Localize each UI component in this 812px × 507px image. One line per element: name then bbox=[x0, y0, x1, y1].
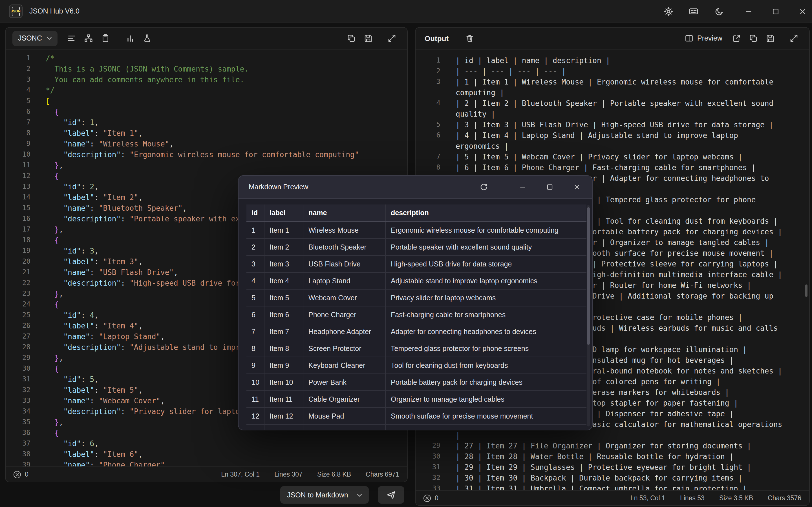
line-number: 28 bbox=[6, 342, 31, 353]
table-row: 7Item 7Headphone AdapterAdapter for conn… bbox=[246, 323, 587, 340]
language-selector[interactable]: JSONC bbox=[12, 31, 58, 46]
line-number: 39 bbox=[6, 460, 31, 467]
save-icon[interactable] bbox=[360, 31, 377, 46]
code-line: 31| 29 | Item 29 | Sunglasses | Protecti… bbox=[416, 462, 809, 473]
line-number: 18 bbox=[6, 235, 31, 245]
line-number: 12 bbox=[6, 171, 31, 181]
output-status-bar: 0 Ln 53, Col 1 Lines 53 Size 3.5 KB Char… bbox=[416, 490, 809, 505]
table-cell: 8 bbox=[246, 344, 264, 352]
line-number: 32 bbox=[6, 385, 31, 395]
keyboard-icon[interactable] bbox=[689, 6, 699, 16]
error-indicator: 0 bbox=[13, 471, 29, 478]
table-cell: 5 bbox=[246, 294, 264, 302]
table-cell: 10 bbox=[246, 378, 264, 386]
modal-scrollbar[interactable] bbox=[587, 205, 590, 427]
line-number: 7 bbox=[416, 152, 441, 162]
code-line: 38 "label": "Item 6", bbox=[6, 449, 407, 460]
table-row: 1Item 1Wireless MouseErgonomic wireless … bbox=[246, 222, 587, 239]
table-cell: Item 13 bbox=[264, 425, 303, 431]
sample-data-icon[interactable] bbox=[139, 31, 156, 46]
preview-button[interactable]: Preview bbox=[684, 34, 722, 43]
error-count: 0 bbox=[435, 495, 439, 501]
table-cell: Bluetooth Speaker bbox=[303, 239, 385, 255]
modal-minimize-button[interactable] bbox=[518, 182, 528, 192]
file-size: Size 3.5 KB bbox=[719, 495, 753, 501]
line-number: 23 bbox=[6, 288, 31, 299]
line-number: 24 bbox=[6, 299, 31, 310]
theme-moon-icon[interactable] bbox=[714, 6, 724, 16]
convert-run-button[interactable] bbox=[378, 486, 404, 504]
chevron-down-icon bbox=[47, 37, 52, 40]
settings-gear-icon[interactable] bbox=[663, 6, 673, 16]
format-icon[interactable] bbox=[63, 31, 80, 46]
language-selector-value: JSONC bbox=[18, 34, 42, 42]
paste-icon[interactable] bbox=[97, 31, 114, 46]
line-number: 31 bbox=[416, 462, 441, 473]
chevron-down-icon bbox=[357, 493, 362, 497]
modal-scrollbar-thumb[interactable] bbox=[587, 207, 590, 344]
line-number: 26 bbox=[6, 321, 31, 331]
table-cell: Screen Protector bbox=[303, 340, 385, 356]
table-cell: Item 5 bbox=[264, 290, 303, 306]
line-number: 30 bbox=[6, 363, 31, 374]
table-cell: Ergonomic wireless mouse for comfortable… bbox=[385, 222, 587, 238]
share-icon[interactable] bbox=[728, 31, 745, 46]
code-line: 1| id | label | name | description | bbox=[416, 55, 809, 66]
code-line: 37 "id": 6, bbox=[6, 438, 407, 449]
table-cell: 9 bbox=[246, 361, 264, 369]
line-number: 10 bbox=[6, 149, 31, 160]
table-cell: Item 8 bbox=[264, 340, 303, 356]
preview-button-label: Preview bbox=[697, 34, 722, 42]
line-number: 13 bbox=[6, 181, 31, 192]
table-cell: Portable speaker with excellent sound qu… bbox=[385, 239, 587, 255]
modal-actions bbox=[479, 182, 582, 192]
error-count: 0 bbox=[25, 471, 29, 478]
table-cell: Fast-charging cable for smartphones bbox=[385, 306, 587, 323]
line-number: 34 bbox=[6, 406, 31, 417]
line-number: 4 bbox=[416, 98, 441, 109]
modal-title: Markdown Preview bbox=[249, 183, 308, 191]
refresh-icon[interactable] bbox=[479, 182, 489, 192]
table-cell: Item 6 bbox=[264, 306, 303, 323]
expand-icon[interactable] bbox=[384, 31, 400, 46]
line-number: 7 bbox=[6, 117, 31, 128]
code-line: 8 "label": "Item 1", bbox=[6, 128, 407, 138]
line-number: 15 bbox=[6, 203, 31, 214]
output-scrollbar-thumb[interactable] bbox=[805, 284, 808, 297]
conversion-mode-select[interactable]: JSON to Markdown bbox=[280, 486, 369, 504]
line-number: 17 bbox=[6, 224, 31, 235]
table-cell: Laptop Sleeve bbox=[303, 425, 385, 431]
line-number: 1 bbox=[416, 55, 441, 66]
table-cell: Mouse Pad bbox=[303, 408, 385, 424]
conversion-mode-value: JSON to Markdown bbox=[287, 491, 348, 499]
modal-maximize-button[interactable] bbox=[545, 182, 555, 192]
line-number: 21 bbox=[6, 267, 31, 278]
column-header-description: description bbox=[385, 205, 587, 221]
table-row: 12Item 12Mouse PadSmooth surface for pre… bbox=[246, 408, 587, 425]
line-number: 35 bbox=[6, 417, 31, 428]
table-cell: 12 bbox=[246, 412, 264, 420]
trash-icon[interactable] bbox=[461, 31, 478, 46]
minimize-button[interactable] bbox=[743, 6, 753, 16]
modal-close-button[interactable] bbox=[572, 182, 582, 192]
line-number: 3 bbox=[6, 74, 31, 85]
tree-view-icon[interactable] bbox=[80, 31, 97, 46]
modal-title-bar: Markdown Preview bbox=[239, 176, 592, 199]
line-count: Lines 307 bbox=[274, 471, 303, 478]
column-header-id: id bbox=[246, 209, 264, 217]
send-icon bbox=[386, 490, 396, 500]
stats-icon[interactable] bbox=[122, 31, 139, 46]
copy-icon[interactable] bbox=[343, 31, 360, 46]
line-number: 6 bbox=[416, 130, 441, 141]
table-cell: Laptop Stand bbox=[303, 273, 385, 289]
save-icon[interactable] bbox=[762, 31, 779, 46]
copy-icon[interactable] bbox=[745, 31, 762, 46]
code-line: 2| --- | --- | --- | --- | bbox=[416, 66, 809, 76]
line-number: 22 bbox=[6, 278, 31, 288]
line-number: 29 bbox=[6, 353, 31, 363]
title-bar: JSON JSON Hub V6.0 bbox=[0, 0, 812, 23]
close-button[interactable] bbox=[797, 6, 808, 16]
table-cell: Item 1 bbox=[264, 222, 303, 238]
expand-icon[interactable] bbox=[785, 31, 802, 46]
maximize-button[interactable] bbox=[770, 6, 780, 16]
